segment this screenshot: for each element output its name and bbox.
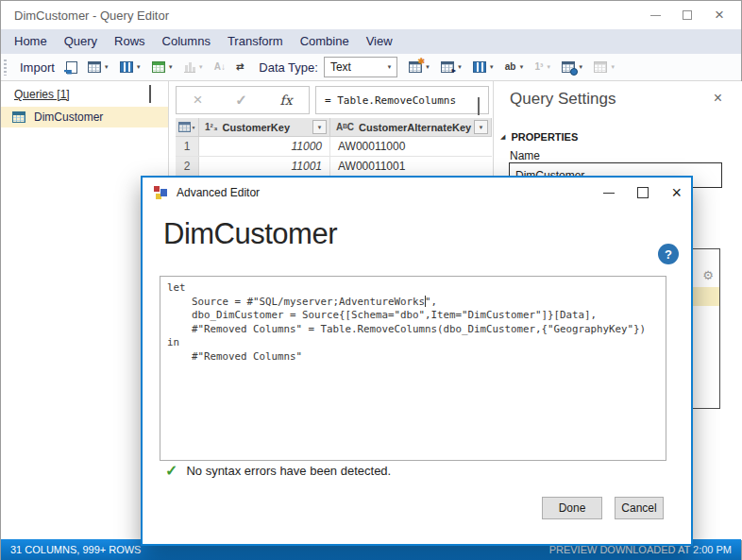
formula-bar[interactable]: = Table.RemoveColumns (315, 86, 489, 114)
status-columns-rows: 31 COLUMNS, 999+ ROWS (10, 544, 141, 555)
query-editor-window: DimCustomer - Query Editor × Home Query … (0, 0, 742, 560)
text-type-icon: AᴮC (336, 122, 354, 132)
close-settings-icon[interactable]: × (714, 90, 722, 107)
cancel-button[interactable]: Cancel (615, 497, 664, 519)
column-header-customerkey[interactable]: 1²₃ CustomerKey ▼ (199, 118, 330, 136)
code-line: #"Removed Columns" (167, 350, 659, 365)
properties-section-header[interactable]: ◢ PROPERTIES (500, 131, 578, 143)
m-code-editor[interactable]: let Source = #"SQL/myserver;AdventureWor… (160, 276, 666, 461)
data-preview-grid: ▼ 1²₃ CustomerKey ▼ AᴮC CustomerAlternat… (176, 118, 492, 177)
queries-header[interactable]: Queries [1] (14, 88, 70, 101)
window-title: DimCustomer - Query Editor (14, 8, 169, 23)
dialog-minimize-icon[interactable] (603, 193, 615, 194)
syntax-status: ✓ No syntax errors have been detected. (165, 462, 391, 480)
split-column-icon[interactable]: ▼ (473, 61, 495, 73)
name-label: Name (510, 149, 540, 162)
code-line: let (167, 281, 659, 296)
data-type-value: Text (330, 60, 351, 74)
query-list-item-dimcustomer[interactable]: DimCustomer (1, 107, 168, 127)
code-line: dbo_DimCustomer = Source{[Schema="dbo",I… (167, 309, 659, 323)
table-menu-icon[interactable]: ▼ (192, 125, 196, 130)
code-line: in (167, 336, 659, 350)
toolbar: Import ▼ ▼ ▼ ▼ A↓ ⇄ Data Type: Text ▼ ✱▼… (1, 54, 741, 81)
format-column-icon[interactable]: ab▼ (505, 61, 525, 73)
menu-home[interactable]: Home (6, 29, 56, 54)
gear-icon[interactable]: ⚙ (702, 268, 714, 282)
group-by-icon[interactable]: ▸▼ (441, 61, 463, 73)
menu-bar: Home Query Rows Columns Transform Combin… (1, 29, 741, 54)
table-row[interactable]: 1 11000 AW00011000 (176, 137, 492, 157)
menu-columns[interactable]: Columns (154, 29, 219, 54)
syntax-message: No syntax errors have been detected. (186, 464, 391, 478)
help-icon[interactable]: ? (658, 244, 679, 264)
choose-columns-icon[interactable]: ▼ (88, 61, 110, 73)
dialog-window-controls: × (603, 178, 682, 208)
column-profile-icon: ▼ (184, 61, 204, 73)
maximize-icon[interactable] (671, 3, 703, 27)
text-cursor (425, 296, 426, 307)
collapse-panel-icon[interactable] (149, 85, 159, 94)
menu-transform[interactable]: Transform (219, 29, 292, 54)
close-icon[interactable]: × (703, 3, 735, 27)
remove-columns-icon[interactable]: ▼ (120, 61, 142, 73)
dialog-close-icon[interactable]: × (671, 184, 682, 201)
transpose-icon[interactable]: ⇄ (236, 61, 244, 73)
paste-icon[interactable] (66, 61, 77, 74)
toolbar-right-icons: ✱▼ ▸▼ ▼ ab▼ 1³▼ ▼ ▼ (409, 61, 616, 73)
numeric-type-icon: 1²₃ (205, 122, 218, 132)
code-line: #"Removed Columns" = Table.RemoveColumns… (167, 323, 659, 337)
add-column-icon[interactable]: ✱▼ (409, 61, 430, 73)
import-button[interactable]: Import (20, 60, 55, 75)
dialog-title-bar[interactable]: Advanced Editor × (143, 178, 691, 208)
formula-expression: = Table.RemoveColumns (325, 94, 456, 107)
window-controls: × (639, 1, 735, 29)
select-all-cell[interactable]: ▼ (176, 118, 199, 136)
discard-formula-icon[interactable]: × (193, 91, 202, 110)
done-button[interactable]: Done (542, 497, 602, 519)
parse-icon: 1³▼ (534, 61, 551, 73)
table-icon (178, 122, 191, 132)
fx-icon[interactable]: fx (280, 93, 293, 108)
advanced-editor-dialog: Advanced Editor × DimCustomer ? let Sour… (141, 176, 693, 546)
data-type-label: Data Type: (259, 60, 318, 75)
data-type-dropdown-icon[interactable]: ▼ (382, 58, 396, 76)
grid-header-row: ▼ 1²₃ CustomerKey ▼ AᴮC CustomerAlternat… (176, 118, 492, 137)
dialog-maximize-icon[interactable] (637, 187, 649, 198)
minimize-icon[interactable] (639, 3, 671, 27)
collapse-triangle-icon: ◢ (500, 133, 505, 141)
success-check-icon: ✓ (165, 462, 177, 480)
query-table-icon (12, 111, 25, 123)
merge-columns-icon: ▼ (594, 61, 616, 73)
query-item-label: DimCustomer (34, 110, 103, 124)
formula-expand-icon[interactable] (478, 97, 480, 114)
sort-icon: A↓ (214, 61, 226, 73)
data-type-combobox[interactable]: Text ▼ (324, 57, 397, 77)
menu-rows[interactable]: Rows (106, 29, 154, 54)
toolbar-grip[interactable] (4, 59, 7, 76)
menu-view[interactable]: View (358, 29, 401, 54)
advanced-editor-app-icon (153, 185, 168, 200)
commit-formula-icon[interactable]: ✓ (235, 92, 247, 109)
title-bar: DimCustomer - Query Editor × (1, 1, 741, 29)
filter-dropdown-icon[interactable]: ▼ (312, 120, 327, 134)
keep-rows-icon[interactable]: ▼ (152, 61, 174, 73)
menu-combine[interactable]: Combine (292, 29, 358, 54)
table-row[interactable]: 2 11001 AW00011001 (176, 157, 492, 177)
column-header-customeralternatekey[interactable]: AᴮC CustomerAlternateKey ▼ (330, 118, 492, 136)
dialog-title: Advanced Editor (177, 186, 260, 199)
date-time-icon[interactable]: ▼ (562, 61, 583, 73)
query-settings-title: Query Settings (510, 90, 616, 109)
code-line: Source = #"SQL/myserver;AdventureWorks", (167, 296, 659, 310)
formula-toolbar: × ✓ fx (176, 86, 310, 114)
dialog-heading: DimCustomer (163, 217, 337, 251)
filter-dropdown-icon[interactable]: ▼ (474, 120, 488, 134)
toolbar-left-icons: ▼ ▼ ▼ ▼ A↓ ⇄ (66, 61, 244, 74)
menu-query[interactable]: Query (56, 29, 106, 54)
